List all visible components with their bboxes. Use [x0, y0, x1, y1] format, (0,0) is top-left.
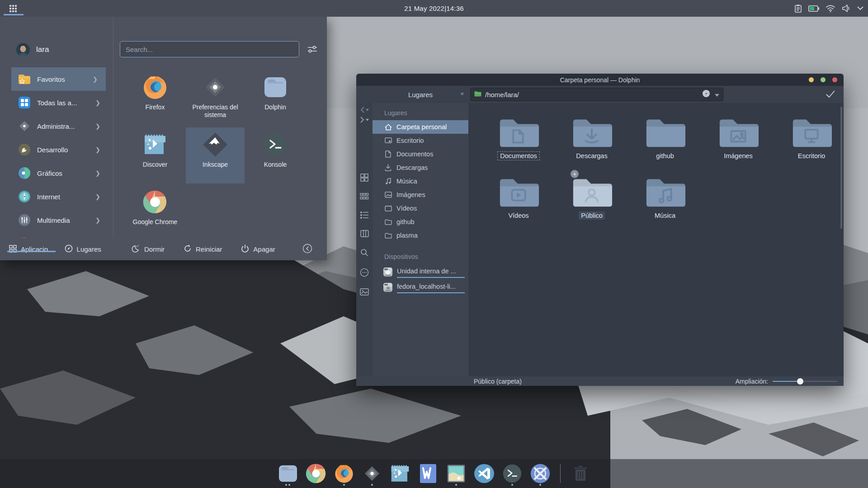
preview-image-icon[interactable] [360, 288, 369, 297]
folder-descargas[interactable]: Descargas [555, 115, 628, 174]
favorite-konsole[interactable]: Konsole [246, 127, 305, 183]
dock-writer[interactable] [416, 461, 440, 486]
konsole-icon [263, 132, 288, 157]
details-view-icon[interactable] [360, 211, 369, 221]
chevron-right-icon: ❯ [95, 193, 100, 200]
tab-aplicaciones[interactable]: Aplicacio... [4, 245, 59, 254]
panel-clock[interactable]: 21 May 2022|14:36 [0, 5, 868, 12]
shutdown-button[interactable]: Apagar [236, 244, 280, 254]
category-favoritos[interactable]: Favoritos ❯ [11, 67, 106, 91]
place-musica[interactable]: Música [373, 174, 468, 188]
folder-view[interactable]: Documentos Descargas github Imágenes Esc… [468, 103, 844, 376]
place-escritorio[interactable]: Escritorio [373, 134, 468, 147]
category-oficina[interactable]: Oficina ❯ [0, 232, 113, 238]
category-internet[interactable]: Internet ❯ [0, 185, 113, 208]
checkmark-icon[interactable] [826, 90, 835, 100]
category-administracion[interactable]: Administra... ❯ [0, 114, 113, 138]
folder-imagenes[interactable]: Imágenes [702, 115, 775, 174]
zoom-slider[interactable] [773, 381, 837, 382]
hard-drive-icon: ⌘ [382, 282, 393, 295]
user-avatar[interactable] [16, 43, 30, 56]
forward-button[interactable] [360, 117, 369, 123]
place-imagenes[interactable]: Imágenes [373, 188, 468, 202]
dock-discover[interactable] [388, 461, 412, 486]
power-icon [241, 244, 249, 254]
wifi-icon[interactable] [826, 5, 835, 12]
clipboard-icon[interactable] [795, 5, 802, 13]
place-plasma[interactable]: plasma [373, 229, 468, 242]
dock-firefox[interactable] [332, 461, 356, 486]
folder-videos[interactable]: Vídeos [482, 174, 555, 234]
dock-system-settings[interactable] [360, 461, 384, 486]
device-fedora-localhost[interactable]: ⌘ fedora_localhost-li... [373, 282, 468, 295]
desktop-icon [384, 137, 392, 144]
side-toolbar [356, 103, 373, 376]
address-text[interactable]: /home/lara/ [485, 91, 702, 99]
place-descargas[interactable]: Descargas [373, 161, 468, 174]
close-button[interactable] [832, 77, 837, 82]
back-button[interactable] [360, 107, 369, 113]
dock [0, 459, 868, 488]
volume-icon[interactable] [842, 5, 850, 12]
category-graficos[interactable]: Gráficos ❯ [0, 161, 113, 185]
folder-publico[interactable]: + Público [555, 174, 628, 234]
favorite-dolphin[interactable]: Dolphin [246, 70, 305, 126]
category-todas-las-aplicaciones[interactable]: Todas las a... ❯ [0, 91, 113, 114]
zoom-slider-thumb[interactable] [797, 378, 803, 385]
favorite-discover[interactable]: Discover [126, 127, 184, 183]
split-view-icon[interactable] [360, 230, 369, 239]
device-unidad-interna[interactable]: Unidad interna de ... [373, 267, 468, 279]
category-desarrollo[interactable]: Desarrollo ❯ [0, 138, 113, 161]
dock-vscode[interactable] [472, 461, 496, 486]
chevron-down-icon[interactable] [857, 6, 863, 10]
compact-view-icon[interactable] [360, 193, 369, 202]
dock-gwenview[interactable] [444, 461, 468, 486]
scrollbar[interactable] [840, 107, 842, 229]
sleep-button[interactable]: zz Dormir [126, 244, 170, 254]
folder-escritorio[interactable]: Escritorio [775, 115, 844, 174]
folder-icon [384, 233, 392, 239]
favorite-preferencias-del-sistema[interactable]: Preferencias del sistema [186, 70, 245, 126]
chevron-left-circle-icon[interactable] [302, 244, 312, 255]
folder-musica[interactable]: Música [628, 174, 702, 234]
chevron-right-icon: ❯ [95, 146, 100, 153]
titlebar[interactable]: Carpeta personal — Dolphin [356, 74, 844, 86]
minimize-button[interactable] [809, 77, 814, 82]
folder-documentos[interactable]: Documentos [482, 115, 555, 174]
configure-sliders-icon[interactable] [307, 45, 317, 56]
zoom-label: Ampliación: [736, 378, 768, 385]
chrome-icon [142, 189, 168, 215]
favorite-inkscape[interactable]: Inkscape [186, 127, 245, 183]
dock-konsole[interactable] [500, 461, 524, 486]
favorites-grid: Firefox Preferencias del sistema Dolphin… [126, 70, 307, 241]
favorite-firefox[interactable]: Firefox [126, 70, 184, 126]
dock-trash[interactable] [569, 461, 592, 486]
caret-down-icon[interactable] [715, 90, 719, 99]
inkscape-icon [203, 132, 228, 157]
more-options-icon[interactable] [360, 268, 369, 279]
icons-view-icon[interactable] [360, 174, 368, 183]
tab-lugares[interactable]: Lugares [59, 244, 107, 254]
folder-github[interactable]: github [628, 115, 702, 174]
favorite-google-chrome[interactable]: Google Chrome [126, 185, 184, 241]
battery-icon[interactable] [808, 5, 819, 12]
close-panel-icon[interactable]: × [460, 90, 464, 97]
system-settings-icon [203, 75, 228, 100]
place-documentos[interactable]: Documentos [373, 147, 468, 161]
location-bar[interactable]: /home/lara/ [470, 88, 723, 101]
places-globe-icon[interactable] [702, 89, 710, 99]
search-icon[interactable] [360, 249, 368, 258]
dock-dolphin[interactable] [276, 461, 300, 486]
search-input[interactable] [120, 41, 299, 57]
status-text: Público (carpeta) [474, 378, 522, 385]
folder-icon [384, 219, 392, 225]
place-videos[interactable]: Vídeos [373, 202, 468, 215]
chevron-right-icon: ❯ [95, 99, 100, 106]
category-multimedia[interactable]: Multimedia ❯ [0, 208, 113, 232]
dock-xorg[interactable] [528, 461, 552, 486]
maximize-button[interactable] [821, 77, 826, 82]
place-carpeta-personal[interactable]: Carpeta personal [373, 120, 468, 134]
restart-button[interactable]: Reiniciar [178, 244, 227, 254]
place-github[interactable]: github [373, 215, 468, 229]
dock-chrome[interactable] [304, 461, 328, 486]
